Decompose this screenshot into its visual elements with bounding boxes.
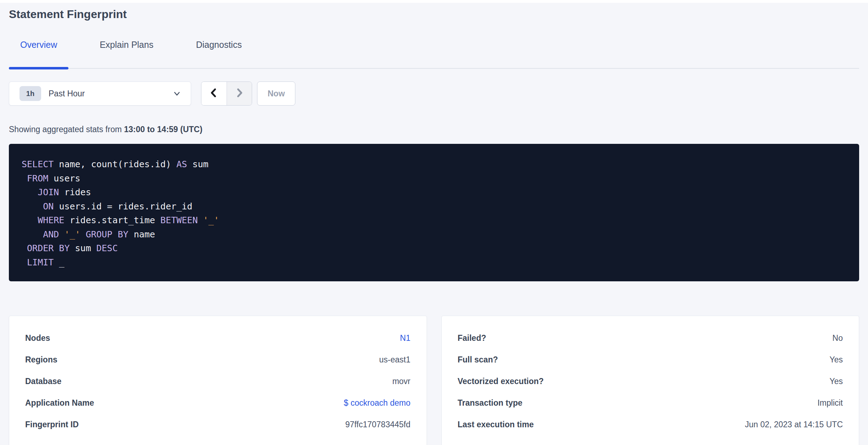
sql-line: ON users.id = rides.rider_id	[22, 199, 846, 214]
info-row-value-link[interactable]: N1	[400, 333, 410, 343]
statement-fingerprint-page: Statement Fingerprint Overview Explain P…	[0, 7, 868, 445]
info-row: Databasemovr	[25, 371, 411, 392]
sql-line: ORDER BY sum DESC	[22, 241, 846, 255]
info-row: Regionsus-east1	[25, 349, 411, 371]
info-row-label: Nodes	[25, 333, 50, 343]
next-interval-button[interactable]	[227, 82, 252, 105]
info-row-value: movr	[392, 377, 410, 386]
sql-line: SELECT name, count(rides.id) AS sum	[22, 157, 846, 171]
statement-details-card: NodesN1Regionsus-east1DatabasemovrApplic…	[9, 316, 427, 445]
sql-line: FROM users	[22, 171, 846, 186]
info-row-label: Transaction type	[458, 398, 523, 408]
sql-statement-box: SELECT name, count(rides.id) AS sum FROM…	[9, 144, 859, 281]
sql-line: LIMIT _	[22, 255, 846, 270]
tab-overview-label: Overview	[20, 40, 57, 50]
time-range-label: Past Hour	[49, 89, 85, 98]
info-row-label: Vectorized execution?	[458, 377, 544, 386]
statement-details-rows: NodesN1Regionsus-east1DatabasemovrApplic…	[25, 327, 411, 435]
info-row: NodesN1	[25, 327, 411, 349]
sql-line: WHERE rides.start_time BETWEEN '_'	[22, 213, 846, 227]
info-cards-row: NodesN1Regionsus-east1DatabasemovrApplic…	[9, 316, 859, 445]
tab-diagnostics-label: Diagnostics	[196, 40, 242, 50]
info-row-value: 97ffc170783445fd	[345, 420, 411, 429]
sql-line: JOIN rides	[22, 185, 846, 199]
tab-diagnostics[interactable]: Diagnostics	[185, 39, 253, 68]
tab-explain-plans-label: Explain Plans	[100, 40, 153, 50]
chevron-down-icon	[172, 89, 182, 98]
time-picker-row: 1h Past Hour Now	[9, 81, 859, 106]
info-row-label: Full scan?	[458, 355, 498, 365]
tab-bar: Overview Explain Plans Diagnostics	[9, 39, 859, 69]
info-row-value: Yes	[829, 377, 843, 386]
aggregated-stats-prefix: Showing aggregated stats from	[9, 125, 124, 134]
info-row-value: No	[833, 333, 843, 343]
info-row-value: Implicit	[817, 398, 843, 408]
info-row-label: Application Name	[25, 398, 94, 408]
chevron-right-icon	[233, 87, 245, 100]
page-title: Statement Fingerprint	[9, 7, 859, 21]
tab-explain-plans[interactable]: Explain Plans	[88, 39, 165, 68]
info-row: Vectorized execution?Yes	[458, 371, 843, 392]
previous-interval-button[interactable]	[201, 82, 227, 105]
now-button-label: Now	[268, 89, 285, 98]
info-row: Failed?No	[458, 327, 843, 349]
time-nav-group	[201, 81, 252, 106]
info-row: Application Name$ cockroach demo	[25, 392, 411, 414]
info-row: Transaction typeImplicit	[458, 392, 843, 414]
info-row-label: Fingerprint ID	[25, 420, 79, 429]
info-row-value-link[interactable]: $ cockroach demo	[344, 398, 411, 408]
aggregated-stats-range: 13:00 to 14:59 (UTC)	[124, 125, 202, 134]
active-tab-indicator	[9, 67, 68, 69]
chevron-left-icon	[208, 87, 220, 100]
info-row: Full scan?Yes	[458, 349, 843, 371]
info-row-label: Database	[25, 377, 61, 386]
info-row: Last execution timeJun 02, 2023 at 14:15…	[458, 414, 843, 435]
info-row-value: us-east1	[379, 355, 410, 365]
now-button[interactable]: Now	[257, 81, 295, 106]
sql-line: AND '_' GROUP BY name	[22, 227, 846, 242]
info-row-value: Jun 02, 2023 at 14:15 UTC	[745, 420, 843, 429]
execution-attributes-rows: Failed?NoFull scan?YesVectorized executi…	[458, 327, 843, 435]
info-row-label: Regions	[25, 355, 57, 365]
aggregated-stats-line: Showing aggregated stats from 13:00 to 1…	[9, 124, 859, 135]
info-row: Fingerprint ID97ffc170783445fd	[25, 414, 411, 435]
time-interval-badge: 1h	[20, 86, 41, 101]
top-strip	[0, 0, 868, 3]
info-row-label: Last execution time	[458, 420, 534, 429]
tab-overview[interactable]: Overview	[9, 39, 68, 68]
info-row-value: Yes	[829, 355, 843, 365]
sql-statement-code: SELECT name, count(rides.id) AS sum FROM…	[22, 157, 846, 269]
info-row-label: Failed?	[458, 333, 486, 343]
execution-attributes-card: Failed?NoFull scan?YesVectorized executi…	[441, 316, 859, 445]
time-range-select[interactable]: 1h Past Hour	[9, 81, 191, 106]
